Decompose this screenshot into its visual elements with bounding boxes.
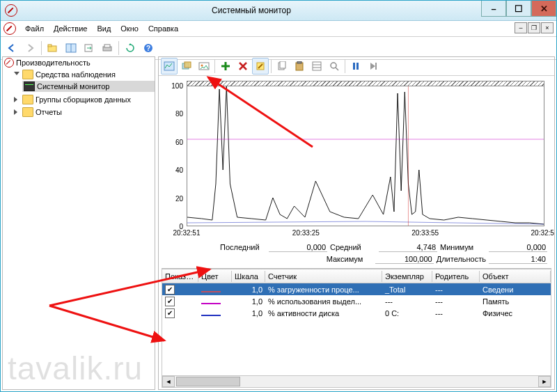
row-checkbox[interactable]: ✔ (165, 297, 175, 306)
export-icon[interactable] (81, 40, 97, 56)
tree-reports-label: Отчеты (36, 108, 62, 116)
tree-collectors[interactable]: Группы сборщиков данных (13, 94, 155, 105)
col-parent[interactable]: Родитель (432, 271, 480, 282)
mdi-close[interactable]: × (541, 22, 554, 33)
stat-max-label: Максимум (327, 255, 372, 263)
table-row[interactable]: ✔1,0% использования выдел...------Память (162, 295, 551, 307)
navigation-tree[interactable]: Производительность Средства наблюдения С… (2, 56, 155, 390)
chart-toolbar (159, 57, 554, 76)
window-title: Системный монитор (22, 6, 481, 15)
tree-root-label: Производительность (16, 58, 91, 67)
counter-grid[interactable]: Показа... Цвет Шкала Счетчик Экземпляр Р… (162, 268, 551, 388)
table-row[interactable]: ✔1,0% активности диска0 C:---Физичес (162, 307, 551, 319)
open-icon[interactable] (45, 40, 61, 56)
view-chart-button[interactable] (161, 58, 178, 75)
plot-area[interactable] (187, 86, 544, 226)
svg-point-22 (331, 63, 336, 68)
mmc-icon (3, 22, 16, 35)
step-button[interactable] (365, 58, 382, 75)
tree-reports[interactable]: Отчеты (13, 107, 155, 118)
stat-avg-label: Средний (330, 243, 376, 251)
plot-svg (187, 86, 544, 226)
folder-icon (22, 95, 33, 104)
help-icon[interactable]: ? (140, 40, 157, 56)
properties-button[interactable] (308, 58, 325, 75)
col-object[interactable]: Объект (480, 271, 551, 282)
svg-rect-6 (104, 45, 110, 47)
highlight-button[interactable] (252, 58, 269, 75)
menu-action[interactable]: Действие (49, 23, 92, 34)
svg-rect-9 (164, 62, 174, 70)
overlay-button[interactable] (178, 58, 195, 75)
mdi-restore[interactable]: ❐ (528, 22, 540, 33)
copy-button[interactable] (274, 58, 290, 75)
gallery-button[interactable] (196, 58, 212, 75)
col-instance[interactable]: Экземпляр (382, 271, 432, 282)
stat-avg-value: 4,748 (379, 243, 437, 252)
tree-sysmon-label: Системный монитор (37, 82, 109, 91)
row-checkbox[interactable]: ✔ (165, 285, 175, 295)
folder-icon (22, 70, 33, 79)
menu-window[interactable]: Окно (116, 23, 143, 34)
svg-rect-11 (185, 62, 191, 68)
tree-tools-label: Средства наблюдения (36, 70, 116, 79)
menu-help[interactable]: Справка (143, 23, 183, 34)
color-swatch (201, 315, 221, 316)
back-button[interactable] (3, 40, 20, 56)
svg-rect-19 (313, 62, 321, 70)
stat-last-value: 0,000 (269, 243, 327, 252)
print-icon[interactable] (99, 40, 116, 56)
svg-text:?: ? (146, 45, 150, 52)
tree-collectors-label: Группы сборщиков данных (36, 95, 131, 104)
scroll-right-icon[interactable]: ► (538, 376, 551, 387)
scroll-left-icon[interactable]: ◄ (162, 376, 175, 387)
expand-icon[interactable] (14, 72, 20, 78)
col-scale[interactable]: Шкала (232, 271, 265, 282)
col-show[interactable]: Показа... (162, 271, 198, 282)
forward-button[interactable] (22, 40, 38, 56)
add-counter-button[interactable] (217, 58, 234, 75)
stat-last-label: Последний (220, 243, 266, 251)
svg-rect-26 (375, 63, 377, 70)
svg-rect-25 (356, 63, 359, 70)
svg-rect-24 (353, 63, 355, 70)
folder-icon (22, 107, 33, 117)
minimize-button[interactable]: – (481, 1, 506, 17)
remove-counter-button[interactable] (235, 58, 251, 75)
titlebar: Системный монитор – ☐ ✕ (1, 1, 556, 21)
close-button[interactable]: ✕ (531, 1, 556, 17)
stats-block: Последний 0,000 Средний 4,748 Минимум 0,… (159, 242, 554, 265)
svg-rect-16 (280, 61, 285, 68)
refresh-icon[interactable] (122, 40, 139, 56)
tree-tools[interactable]: Средства наблюдения (13, 69, 155, 80)
stat-min-label: Минимум (440, 243, 486, 251)
tree-sysmon[interactable]: Системный монитор (22, 81, 155, 92)
chart-area: 020406080100 20:32:5120:33:2520:33:5520:… (159, 76, 554, 242)
app-icon (5, 4, 17, 17)
col-color[interactable]: Цвет (198, 271, 232, 282)
tree-root[interactable]: Производительность (3, 57, 155, 68)
expand-icon[interactable] (14, 109, 20, 116)
mdi-minimize[interactable]: – (515, 22, 527, 33)
zoom-button[interactable] (326, 58, 343, 75)
content-pane: 020406080100 20:32:5120:33:2520:33:5520:… (158, 56, 555, 390)
paste-button[interactable] (291, 58, 308, 75)
svg-line-23 (336, 68, 338, 70)
maximize-button[interactable]: ☐ (506, 1, 531, 17)
stat-dur-value: 1:40 (489, 255, 547, 264)
horiz-scrollbar[interactable]: ◄ ► (162, 375, 551, 388)
col-counter[interactable]: Счетчик (265, 271, 382, 282)
menu-file[interactable]: Файл (20, 23, 49, 34)
pause-button[interactable] (347, 58, 364, 75)
x-axis: 20:32:5120:33:2520:33:5520:32:50 (187, 229, 544, 239)
scroll-thumb[interactable] (176, 377, 240, 386)
color-swatch (201, 291, 221, 292)
menu-view[interactable]: Вид (92, 23, 116, 34)
properties-pane-icon[interactable] (63, 40, 79, 56)
row-checkbox[interactable]: ✔ (165, 308, 175, 318)
grid-body[interactable]: ✔1,0% загруженности проце..._Total---Све… (162, 283, 551, 375)
expand-icon[interactable] (14, 97, 20, 103)
perf-icon (4, 58, 14, 68)
svg-rect-18 (297, 61, 301, 63)
table-row[interactable]: ✔1,0% загруженности проце..._Total---Све… (162, 283, 551, 295)
